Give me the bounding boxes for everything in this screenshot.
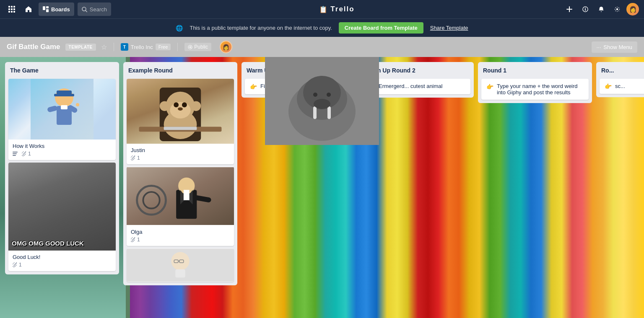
card-olga[interactable]: Olga 1 — [127, 167, 234, 246]
svg-point-19 — [190, 46, 191, 48]
card-meta-justin: 1 — [131, 155, 230, 161]
card-title-justin: Justin — [131, 147, 230, 153]
list-example-round: Example Round — [123, 62, 237, 285]
attachment-area: 1 — [13, 262, 22, 268]
svg-rect-8 — [13, 11, 15, 13]
svg-rect-9 — [43, 6, 45, 10]
card-body-justin: Justin 1 — [127, 144, 234, 164]
svg-rect-11 — [46, 9, 49, 12]
walrus-card-text: OMG OMG GOOD LUCK — [12, 240, 84, 247]
show-menu-dots: ··· — [597, 44, 601, 50]
share-template-button[interactable]: Share Template — [430, 25, 468, 31]
card-justin[interactable]: Justin 1 — [127, 79, 234, 164]
star-button[interactable]: ☆ — [101, 43, 107, 51]
card-description-icon — [13, 152, 18, 156]
svg-rect-7 — [11, 11, 13, 13]
show-menu-label: Show Menu — [603, 44, 632, 50]
attachment-count: 1 — [28, 151, 31, 157]
create-button[interactable] — [563, 3, 576, 16]
home-icon[interactable] — [22, 3, 35, 16]
svg-rect-3 — [8, 8, 10, 10]
svg-point-17 — [616, 8, 618, 10]
svg-rect-4 — [11, 8, 13, 10]
nav-right-actions: 👩 — [563, 3, 639, 16]
svg-rect-2 — [13, 6, 15, 8]
workspace-info: T Trello Inc Free — [121, 43, 171, 51]
svg-rect-66 — [175, 269, 185, 278]
header-divider — [114, 43, 114, 51]
boards-label: Boards — [51, 6, 70, 13]
trello-logo: 📋 Trello — [114, 5, 559, 14]
info-button[interactable] — [579, 3, 592, 16]
card-title-good-luck: Good Luck! — [13, 254, 112, 260]
search-label: Search — [90, 6, 107, 13]
card-title-olga: Olga — [131, 229, 230, 235]
card-body-good-luck: Good Luck! 1 — [8, 251, 116, 271]
svg-rect-15 — [585, 9, 586, 10]
svg-rect-1 — [11, 6, 13, 8]
banner-message: This is a public template for anyone on … — [190, 25, 332, 31]
create-board-button[interactable]: Create Board from Template — [339, 22, 423, 34]
board-canvas: The Game — [0, 57, 644, 318]
svg-point-49 — [191, 101, 201, 111]
card-meta-good-luck: 1 — [13, 262, 112, 268]
svg-line-13 — [86, 10, 87, 12]
template-banner: 🌐 This is a public template for anyone o… — [0, 18, 644, 37]
header-divider-2 — [177, 43, 178, 51]
svg-point-45 — [174, 102, 179, 107]
attachment-count-justin: 1 — [137, 155, 140, 161]
svg-rect-6 — [8, 11, 10, 13]
svg-rect-0 — [8, 6, 10, 8]
board-title: Gif Battle Game — [7, 43, 60, 51]
card-attachment-icon: 1 — [22, 151, 31, 157]
settings-button[interactable] — [610, 3, 624, 16]
lists-container: The Game — [0, 57, 644, 318]
card-good-luck[interactable]: OMG OMG GOOD LUCK Good Luck! 1 — [8, 163, 116, 271]
attachment-count-olga: 1 — [137, 237, 140, 243]
svg-rect-51 — [164, 127, 197, 130]
svg-point-16 — [585, 8, 586, 8]
attachment-count-goodluck: 1 — [19, 262, 22, 268]
card-meta-olga: 1 — [131, 237, 230, 243]
svg-rect-10 — [46, 6, 49, 8]
workspace-icon: T — [121, 43, 128, 51]
svg-point-46 — [182, 102, 187, 107]
svg-point-48 — [160, 101, 170, 111]
card-image-walrus: OMG OMG GOOD LUCK — [8, 163, 116, 251]
list-the-game: The Game — [5, 62, 119, 274]
svg-rect-31 — [13, 155, 16, 156]
member-avatar[interactable]: 👩 — [220, 41, 232, 53]
svg-rect-30 — [13, 153, 17, 154]
visibility-label: Public — [194, 44, 208, 50]
search-bar[interactable]: Search — [78, 3, 111, 16]
workspace-name: Trello Inc — [131, 44, 153, 50]
svg-point-12 — [82, 7, 86, 11]
template-badge: TEMPLATE — [65, 44, 96, 51]
svg-rect-5 — [13, 8, 15, 10]
visibility-button[interactable]: Public — [184, 43, 211, 51]
boards-button[interactable]: Boards — [39, 3, 74, 16]
card-body-olga: Olga 1 — [127, 225, 234, 246]
user-avatar[interactable]: 👩 — [626, 3, 639, 16]
card-meta-how-it-works: 1 — [13, 151, 112, 157]
card-third[interactable] — [127, 248, 234, 282]
notifications-button[interactable] — [595, 3, 608, 16]
top-navigation: Boards Search 📋 Trello 👩 — [0, 0, 644, 18]
svg-rect-29 — [13, 152, 18, 153]
show-menu-button[interactable]: ··· Show Menu — [592, 41, 638, 53]
template-globe-icon: 🌐 — [176, 25, 183, 31]
svg-rect-60 — [184, 190, 190, 200]
free-badge: Free — [156, 44, 171, 50]
svg-point-47 — [178, 107, 183, 111]
board-header: Gif Battle Game TEMPLATE ☆ T Trello Inc … — [0, 37, 644, 57]
apps-icon[interactable] — [5, 3, 18, 16]
